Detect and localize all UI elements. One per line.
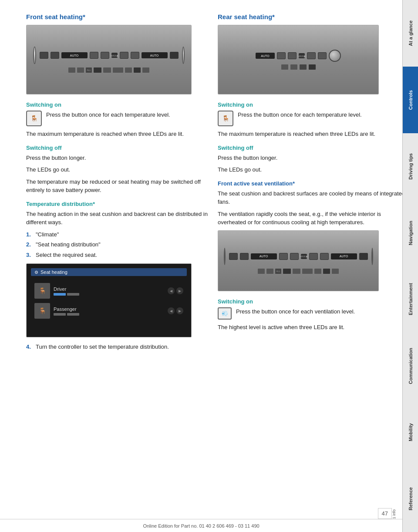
- max-temp-text-left: The maximum temperature is reached when …: [26, 130, 209, 138]
- switching-on-block-left: 🪑 Press the button once for each tempera…: [26, 111, 209, 126]
- list-num-3: 3.: [26, 251, 33, 259]
- seat-heat-icon-right: 🪑: [222, 115, 229, 122]
- front-active-text2: The ventilation rapidly cools the seat, …: [218, 210, 409, 227]
- tab-driving-tips-label: Driving tips: [408, 153, 413, 180]
- list-item-2: 2. "Seat heating distribution": [26, 240, 209, 249]
- tab-communication-label: Communication: [408, 348, 413, 384]
- max-temp-text-right: The maximum temperature is reached when …: [218, 130, 409, 138]
- switching-off-title-left: Switching off: [26, 145, 209, 151]
- tab-entertainment[interactable]: Entertainment: [402, 266, 418, 333]
- tab-mobility[interactable]: Mobility: [402, 399, 418, 466]
- tab-driving-tips[interactable]: Driving tips: [402, 133, 418, 200]
- front-active-text1: The seat cushion and backrest surfaces a…: [218, 189, 409, 206]
- switching-off-text1-left: Press the button longer.: [26, 154, 209, 162]
- switching-off-text3-left: The temperature may be reduced or seat h…: [26, 178, 209, 195]
- tab-navigation-label: Navigation: [408, 221, 413, 245]
- bottom-bar: Online Edition for Part no. 01 40 2 606 …: [0, 519, 402, 532]
- list-item-4: 4. Turn the controller to set the temper…: [26, 343, 209, 351]
- tab-communication[interactable]: Communication: [402, 333, 418, 399]
- screen-header: ⚙ Seat heating: [31, 268, 187, 276]
- left-knob: [33, 47, 36, 64]
- seat-heat-button-right: 🪑: [218, 111, 233, 126]
- vent-button: 💨: [218, 307, 232, 320]
- tab-controls[interactable]: Controls: [402, 67, 418, 133]
- driver-seat-icon: 🪑: [39, 287, 46, 294]
- switching-off-text1-right: Press the button longer.: [218, 154, 409, 162]
- tab-controls-label: Controls: [408, 90, 413, 110]
- driver-seat-row: 🪑 Driver ◀ ▶: [34, 283, 183, 299]
- list-text-2: "Seat heating distribution": [36, 240, 101, 249]
- tab-mobility-label: Mobility: [408, 423, 413, 441]
- right-section-title: Rear seat heating*: [218, 13, 409, 20]
- screen-header-label: Seat heating: [40, 269, 67, 275]
- temp-dist-text: The heating action in the seat cushion a…: [26, 210, 209, 227]
- tab-entertainment-label: Entertainment: [408, 283, 413, 315]
- tab-at-a-glance-label: At a glance: [408, 20, 413, 46]
- passenger-label: Passenger: [54, 306, 164, 312]
- switching-on-text-left: Press the button once for each temperatu…: [46, 111, 170, 119]
- rear-seat-panel-image: AUTO MAX◉: [218, 25, 379, 94]
- left-column: Front seat heating* AUTO: [26, 13, 209, 523]
- switching-on2-block: 💨 Press the button once for each ventila…: [218, 307, 409, 320]
- highest-level-text: The highest level is active when three L…: [218, 323, 409, 332]
- seat-heat-button-left: 🪑: [26, 111, 42, 126]
- list-num-4: 4.: [26, 343, 33, 351]
- list-item-1: 1. "Climate": [26, 230, 209, 239]
- switching-off-text2-left: The LEDs go out.: [26, 165, 209, 174]
- numbered-list: 1. "Climate" 2. "Seat heating distributi…: [26, 230, 209, 259]
- list-num-1: 1.: [26, 230, 33, 239]
- list-num-2: 2.: [26, 240, 33, 249]
- switching-on2-title: Switching on: [218, 298, 409, 305]
- list-item-3: 3. Select the required seat.: [26, 251, 209, 259]
- vent-right-knob: [371, 248, 373, 265]
- footer-text: Online Edition for Part no. 01 40 2 606 …: [143, 523, 259, 529]
- tab-reference[interactable]: Reference: [402, 465, 418, 532]
- passenger-seat-icon: 🪑: [39, 307, 46, 314]
- passenger-seat-row: 🪑 Passenger ◀ ▶: [34, 303, 183, 319]
- seat-heating-screen: ⚙ Seat heating 🪑 Driver: [26, 263, 192, 337]
- ventilation-panel-image: AUTO MAX◉ AUTO: [218, 230, 379, 291]
- switching-on2-text: Press the button once for each ventilati…: [236, 307, 355, 316]
- vent-left-knob: [224, 248, 226, 265]
- switching-on-block-right: 🪑 Press the button once for each tempera…: [218, 111, 409, 126]
- switching-on-title-right: Switching on: [218, 101, 409, 108]
- tab-at-a-glance[interactable]: At a glance: [402, 0, 418, 67]
- tab-reference-label: Reference: [408, 487, 413, 510]
- page-number: 47: [378, 508, 392, 519]
- tab-sidebar: At a glance Controls Driving tips Naviga…: [402, 0, 418, 532]
- list-text-4: Turn the controller to set the temperatu…: [36, 343, 169, 351]
- right-column: Rear seat heating* AUTO MAX◉: [218, 13, 409, 523]
- front-active-title: Front active seat ventilation*: [218, 180, 409, 187]
- screen-body: 🪑 Driver ◀ ▶: [31, 279, 187, 322]
- screen-interior: ⚙ Seat heating 🪑 Driver: [27, 264, 191, 337]
- switching-off-text2-right: The LEDs go out.: [218, 165, 409, 174]
- driver-label: Driver: [54, 286, 164, 292]
- temp-dist-title: Temperature distribution*: [26, 201, 209, 207]
- front-seat-panel-image: AUTO MAX◉ AUTO: [26, 25, 192, 94]
- list-text-1: "Climate": [36, 230, 59, 239]
- info-label: 1 info: [392, 509, 402, 519]
- seat-heat-icon-left: 🪑: [30, 115, 38, 122]
- switching-on-title-left: Switching on: [26, 101, 209, 108]
- switching-on-text-right: Press the button once for each temperatu…: [238, 111, 362, 119]
- right-knob: [182, 47, 185, 64]
- vent-icon: 💨: [222, 310, 228, 317]
- tab-navigation[interactable]: Navigation: [402, 199, 418, 266]
- list-text-3: Select the required seat.: [36, 251, 97, 259]
- switching-off-title-right: Switching off: [218, 145, 409, 151]
- left-section-title: Front seat heating*: [26, 13, 209, 20]
